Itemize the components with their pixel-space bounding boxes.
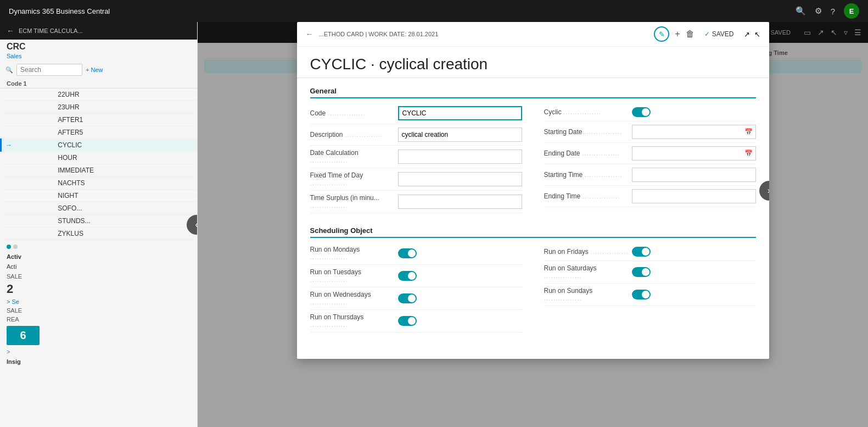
list-item[interactable]: ZYKLUS — [1, 228, 198, 240]
list-item[interactable]: AFTER5 — [1, 126, 198, 139]
thursdays-toggle[interactable] — [398, 316, 417, 326]
list-item[interactable]: STUNDS... — [1, 215, 198, 228]
saturdays-label: Run on Saturdays ................ — [544, 264, 632, 280]
list-item[interactable]: IMMEDIATE — [1, 164, 198, 177]
date-calculation-row: Date Calculation ................ — [310, 146, 522, 168]
list-item[interactable]: HOUR — [1, 152, 198, 164]
sundays-thumb — [642, 291, 649, 298]
modal-fullscreen-icon[interactable]: ↖ — [754, 30, 760, 38]
thursdays-label: Run on Thursdays ................ — [310, 313, 398, 329]
modal-breadcrumb: ...ETHOD CARD | WORK DATE: 28.01.2021 — [319, 31, 649, 37]
tuesdays-toggle[interactable] — [398, 271, 417, 281]
tuesdays-track — [398, 271, 417, 281]
tuesdays-row: Run on Tuesdays ................ — [310, 265, 522, 287]
row-code: SOFO... — [52, 202, 197, 215]
saturdays-toggle[interactable] — [632, 267, 651, 277]
description-row: Description ................ — [310, 124, 522, 146]
modal-title: CYCLIC · cyclical creation — [297, 47, 769, 78]
help-icon[interactable]: ? — [831, 7, 835, 16]
row-arrow — [1, 126, 53, 139]
starting-date-field[interactable] — [632, 125, 742, 138]
row-arrow — [1, 152, 53, 164]
calendar-icon-ending[interactable]: 📅 — [742, 147, 755, 160]
list-item[interactable]: 22UHR — [1, 88, 198, 101]
modal-topbar: ← ...ETHOD CARD | WORK DATE: 28.01.2021 … — [297, 22, 769, 47]
modal-dialog: ← ...ETHOD CARD | WORK DATE: 28.01.2021 … — [297, 22, 769, 359]
modal-saved-label: SAVED — [712, 30, 734, 38]
starting-time-input[interactable] — [632, 168, 756, 182]
row-code: ZYKLUS — [52, 228, 197, 240]
ending-time-row: Ending Time ................ — [544, 186, 756, 207]
tuesdays-label: Run on Tuesdays ................ — [310, 268, 398, 284]
fixed-time-label: Fixed Time of Day ................ — [310, 171, 398, 187]
panel-header: ← ECM TIME CALCULA... — [0, 22, 197, 40]
row-arrow — [1, 190, 53, 202]
list-item[interactable]: → CYCLIC — [1, 139, 198, 152]
date-calculation-input[interactable] — [398, 149, 522, 164]
sundays-toggle[interactable] — [632, 290, 651, 300]
panel-sales-label: Sales — [0, 52, 197, 60]
starting-time-label: Starting Time ................ — [544, 171, 632, 179]
scheduling-section-title: Scheduling Object — [310, 226, 756, 238]
cyclic-toggle[interactable] — [632, 107, 651, 117]
ending-date-field[interactable] — [632, 147, 742, 160]
date-calculation-label: Date Calculation ................ — [310, 149, 398, 164]
fixed-time-input[interactable] — [398, 172, 522, 186]
general-section-title: General — [310, 87, 756, 98]
navbar-left: Dynamics 365 Business Central — [9, 7, 110, 15]
scheduling-left-col: Run on Mondays ................ — [310, 242, 522, 332]
search-input[interactable] — [16, 64, 82, 76]
settings-icon[interactable]: ⚙ — [815, 6, 822, 16]
new-button[interactable]: + New — [86, 66, 103, 73]
sundays-row: Run on Sundays ................ — [544, 284, 756, 306]
see-more-link[interactable]: > Se — [0, 297, 197, 306]
top-navbar: Dynamics 365 Business Central 🔍 ⚙ ? E — [0, 0, 868, 22]
calendar-icon-starting[interactable]: 📅 — [742, 125, 755, 138]
ending-date-input[interactable]: 📅 — [632, 146, 756, 160]
dots-indicator — [0, 242, 197, 251]
modal-expand-icon[interactable]: ↗ — [744, 30, 750, 38]
list-item[interactable]: NIGHT — [1, 190, 198, 202]
row-code: STUNDS... — [52, 215, 197, 228]
mondays-thumb — [408, 249, 416, 257]
fridays-toggle[interactable] — [632, 247, 651, 257]
ready-label: REA — [0, 315, 197, 324]
mondays-row: Run on Mondays ................ — [310, 242, 522, 265]
list-item[interactable]: SOFO... — [1, 202, 198, 215]
row-code: 23UHR — [52, 101, 197, 114]
right-panel: ✓ SAVED ▭ ↗ ↖ ▿ ☰ Starting Time Ending T… — [198, 22, 868, 427]
modal-title-separator: · — [371, 56, 379, 73]
mondays-label: Run on Mondays ................ — [310, 246, 398, 261]
modal-title-code: CYCLIC — [310, 56, 367, 73]
saturdays-thumb — [642, 268, 649, 276]
fridays-row: Run on Fridays ................ — [544, 242, 756, 261]
ending-time-input[interactable] — [632, 189, 756, 203]
search-icon[interactable]: 🔍 — [796, 6, 806, 16]
ending-time-label: Ending Time ................ — [544, 192, 632, 200]
fixed-time-row: Fixed Time of Day ................ — [310, 168, 522, 191]
panel-back-button[interactable]: ← — [7, 26, 14, 35]
starting-date-input[interactable]: 📅 — [632, 125, 756, 139]
row-arrow — [1, 164, 53, 177]
modal-back-button[interactable]: ← — [306, 30, 313, 38]
modal-saved-badge: ✓ SAVED — [704, 30, 734, 38]
row-code: CYCLIC — [52, 139, 197, 152]
row-arrow — [1, 202, 53, 215]
arrow-link[interactable]: > — [0, 347, 197, 356]
modal-overlay: ← ...ETHOD CARD | WORK DATE: 28.01.2021 … — [198, 22, 868, 427]
modal-add-button[interactable]: + — [675, 29, 680, 39]
row-code: NIGHT — [52, 190, 197, 202]
row-arrow — [1, 101, 53, 114]
modal-edit-button[interactable]: ✎ — [654, 26, 669, 42]
description-input[interactable] — [398, 127, 522, 142]
list-item[interactable]: AFTER1 — [1, 114, 198, 126]
wednesdays-toggle[interactable] — [398, 293, 417, 303]
user-avatar[interactable]: E — [844, 3, 859, 19]
row-code: NACHTS — [52, 177, 197, 190]
time-surplus-input[interactable] — [398, 195, 522, 209]
mondays-toggle[interactable] — [398, 248, 417, 258]
list-item[interactable]: 23UHR — [1, 101, 198, 114]
list-item[interactable]: NACHTS — [1, 177, 198, 190]
modal-delete-button[interactable]: 🗑 — [686, 29, 695, 39]
code-input[interactable] — [398, 106, 522, 120]
